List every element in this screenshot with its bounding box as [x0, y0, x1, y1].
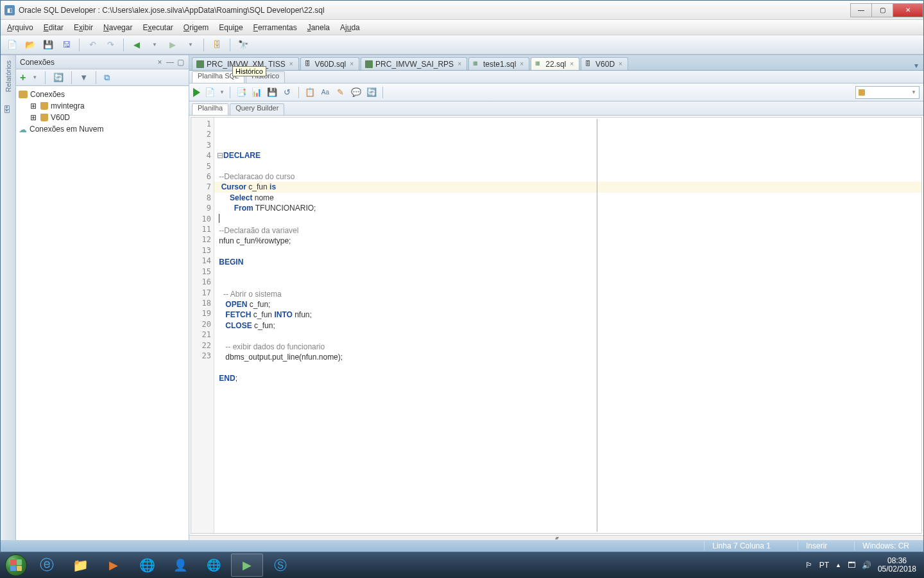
tray-volume-icon[interactable]: 🔊 — [862, 561, 871, 570]
file-tab[interactable]: 🗄V60D× — [581, 57, 628, 70]
refresh-conn-icon[interactable]: 🔄 — [53, 73, 64, 82]
tray-lang[interactable]: PT — [819, 561, 829, 570]
menu-janela[interactable]: Janela — [307, 23, 330, 32]
rail-db-icon[interactable]: 🗄 — [3, 105, 13, 114]
tree-root[interactable]: Conexões — [16, 89, 189, 100]
menu-arquivo[interactable]: AArquivorquivo — [7, 23, 33, 32]
code-editor[interactable]: 1234567891011121314151617181920212223 ⊟D… — [191, 117, 922, 534]
connection-dropdown[interactable]: ▼ — [855, 86, 920, 99]
rollback-icon[interactable]: ↺ — [282, 87, 293, 97]
wstab-planilha[interactable]: Planilha — [192, 103, 228, 115]
rail-tab-relatorios[interactable]: Relatórios — [4, 60, 12, 92]
menu-origem[interactable]: Origem — [184, 23, 209, 32]
file-tab[interactable]: PRC_IMVW_SAI_RPS× — [361, 57, 467, 70]
maximize-button[interactable]: ▢ — [871, 3, 893, 17]
new-icon[interactable]: 📄 — [6, 39, 19, 51]
saveall-icon[interactable]: 🖫 — [60, 39, 73, 51]
menu-exibir[interactable]: Exibir — [74, 23, 93, 32]
binoculars-icon[interactable]: 🔭 — [237, 39, 250, 51]
tray-clock[interactable]: 08:3605/02/2018 — [878, 557, 916, 574]
fwd-drop-icon[interactable]: ▼ — [184, 39, 197, 51]
run-script-icon[interactable]: 📄 — [204, 87, 216, 97]
panel-close-icon[interactable]: × — [155, 58, 164, 67]
file-tab[interactable]: 🗄V60D.sql× — [300, 57, 360, 70]
tray-up-icon[interactable]: ▲ — [835, 562, 841, 568]
start-button[interactable] — [1, 554, 31, 577]
line-gutter: 1234567891011121314151617181920212223 — [191, 118, 214, 533]
commit-icon[interactable]: 💾 — [266, 87, 278, 97]
tab-close-icon[interactable]: × — [350, 60, 354, 67]
wstab-querybuilder[interactable]: Query Builder — [230, 103, 284, 115]
db-icon — [40, 114, 48, 121]
task-chrome-icon[interactable]: 🌐 — [131, 554, 163, 577]
forward-icon[interactable]: ▶ — [166, 39, 179, 51]
tree-icon[interactable]: ⧉ — [104, 73, 110, 83]
tab-close-icon[interactable]: × — [458, 60, 461, 67]
tab-close-icon[interactable]: × — [289, 60, 293, 67]
save-icon[interactable]: 💾 — [42, 39, 55, 51]
comment-icon[interactable]: 💬 — [350, 87, 362, 97]
run-icon[interactable] — [193, 88, 200, 97]
tree-cloud[interactable]: ☁Conexões em Nuvem — [16, 123, 189, 135]
tray-flag-icon[interactable]: 🏳 — [805, 561, 813, 570]
task-skype-icon[interactable]: Ⓢ — [264, 554, 296, 577]
connection-tree[interactable]: Conexões ⊞mvintegra ⊞V60D ☁Conexões em N… — [16, 86, 189, 540]
menu-ajuda[interactable]: Ajuda — [340, 23, 360, 32]
minimize-button[interactable]: — — [850, 3, 872, 17]
menu-navegar[interactable]: Navegar — [103, 23, 132, 32]
worksheet-tabs: Planilha Query Builder — [189, 101, 923, 116]
app-window: ◧ Oracle SQL Developer : C:\Users\alex.j… — [0, 0, 924, 552]
app-icon: ◧ — [4, 5, 15, 15]
menu-ferramentas[interactable]: Ferramentas — [253, 23, 297, 32]
task-app-icon[interactable]: 👤 — [164, 554, 196, 577]
add-connection-icon[interactable]: + — [20, 72, 26, 83]
tree-node[interactable]: ⊞mvintegra — [16, 100, 189, 112]
tab-close-icon[interactable]: × — [570, 60, 574, 67]
status-cursor-pos: Linha 7 Coluna 1 — [704, 541, 778, 550]
main-toolbar: 📄 📂 💾 🖫 ↶ ↷ ◀ ▼ ▶ ▼ 🗄 🔭 — [1, 35, 923, 55]
sql-file-icon — [365, 60, 373, 68]
db-file-icon: 🗄 — [305, 60, 312, 68]
tree-node[interactable]: ⊞V60D — [16, 112, 189, 123]
back-icon[interactable]: ◀ — [130, 39, 143, 51]
back-drop-icon[interactable]: ▼ — [148, 39, 161, 51]
explain-icon[interactable]: 📑 — [235, 87, 247, 97]
menu-executar[interactable]: Executar — [142, 23, 173, 32]
menu-editar[interactable]: Editar — [44, 23, 64, 32]
undo-icon[interactable]: ↶ — [86, 39, 99, 51]
close-button[interactable]: ✕ — [893, 3, 923, 17]
tab-close-icon[interactable]: × — [619, 60, 622, 67]
menu-equipe[interactable]: Equipe — [219, 23, 243, 32]
tabs-dropdown-icon[interactable]: ▾ — [912, 61, 921, 70]
panel-detach-icon[interactable]: ▢ — [176, 58, 185, 67]
panel-title: Conexões — [20, 58, 55, 67]
task-explorer-icon[interactable]: 📁 — [64, 554, 96, 577]
open-icon[interactable]: 📂 — [24, 39, 37, 51]
file-tab-active[interactable]: ▦22.sql× — [531, 57, 579, 70]
results-drag-handle[interactable]: ▴▾ — [189, 535, 923, 540]
redo-icon[interactable]: ↷ — [104, 39, 117, 51]
tab-close-icon[interactable]: × — [520, 60, 524, 67]
tray-network-icon[interactable]: 🗔 — [848, 561, 855, 570]
taskbar[interactable]: ⓔ 📁 ▶ 🌐 👤 🌐 ▶ Ⓢ 🏳 PT ▲ 🗔 🔊 08:3605/02/20… — [0, 552, 924, 578]
clear-icon[interactable]: ✎ — [335, 87, 346, 97]
panel-toolbar: + ▼ 🔄 ▼ ⧉ — [16, 69, 189, 86]
sql-icon[interactable]: 🗄 — [210, 39, 223, 51]
code-content[interactable]: ⊟DECLARE --Declaracao do curso Cursor c_… — [214, 118, 921, 533]
task-media-icon[interactable]: ▶ — [98, 554, 130, 577]
connections-icon — [19, 91, 28, 98]
autotrace-icon[interactable]: 📊 — [251, 87, 262, 97]
refresh-icon[interactable]: 🔄 — [366, 87, 377, 97]
menubar: AArquivorquivo Editar Exibir Navegar Exe… — [1, 20, 923, 35]
task-ie-icon[interactable]: ⓔ — [31, 554, 63, 577]
filter-icon[interactable]: ▼ — [80, 73, 88, 82]
system-tray[interactable]: 🏳 PT ▲ 🗔 🔊 08:3605/02/2018 — [805, 557, 923, 574]
file-tab[interactable]: ▦teste1.sql× — [468, 57, 529, 70]
panel-minimize-icon[interactable]: — — [166, 58, 175, 67]
task-sqldev-icon[interactable]: ▶ — [231, 554, 263, 577]
statusbar: Linha 7 Coluna 1 Inserir Windows: CR — [1, 540, 923, 552]
titlebar[interactable]: ◧ Oracle SQL Developer : C:\Users\alex.j… — [1, 1, 923, 20]
case-icon[interactable]: Aa — [320, 89, 331, 96]
unshared-icon[interactable]: 📋 — [304, 87, 316, 97]
task-app2-icon[interactable]: 🌐 — [198, 554, 230, 577]
